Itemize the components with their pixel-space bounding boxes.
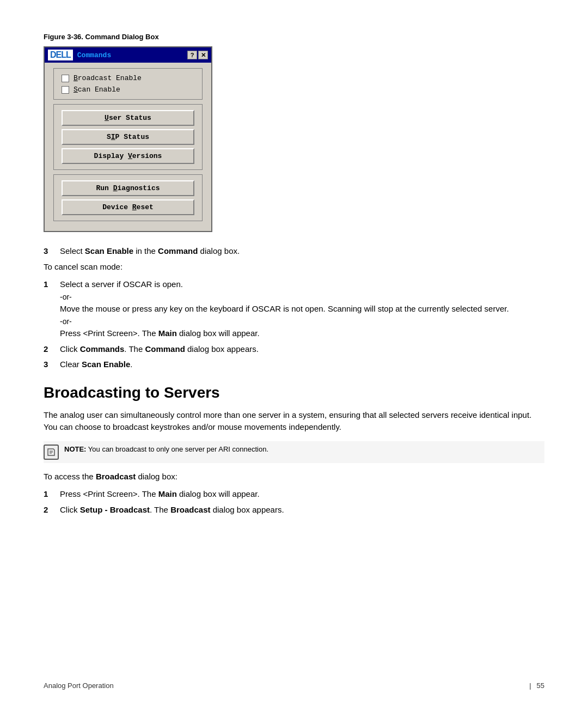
broadcast-steps: 1 Press <Print Screen>. The Main dialog … [44, 488, 544, 516]
note-box: NOTE: You can broadcast to only one serv… [44, 441, 544, 463]
page-footer: Analog Port Operation | 55 [44, 681, 544, 690]
figure-caption: Figure 3-36. Command Dialog Box [44, 33, 544, 41]
dialog-controls: ? ✕ [187, 51, 208, 59]
broadcast-enable-row: Broadcast Enable [62, 74, 194, 82]
help-button[interactable]: ? [187, 51, 197, 59]
step-3-before: 3 Select Scan Enable in the Command dial… [44, 245, 544, 258]
dialog-title: Commands [77, 51, 111, 59]
broadcast-step-2: 2 Click Setup - Broadcast. The Broadcast… [44, 504, 544, 516]
dialog-title-left: DELL Commands [48, 50, 111, 60]
footer-separator: | [529, 681, 531, 690]
cancel-step-3: 3 Clear Scan Enable. [44, 358, 544, 371]
dialog-section-status: User Status SIP Status Display Versions [53, 104, 203, 170]
note-text: NOTE: You can broadcast to only one serv… [64, 445, 268, 454]
cancel-step-1-content: Select a server if OSCAR is open. -or- M… [60, 278, 544, 340]
page-number: 55 [537, 681, 544, 690]
broadcast-step-2-content: Click Setup - Broadcast. The Broadcast d… [60, 504, 544, 516]
broadcast-enable-label: Broadcast Enable [74, 74, 142, 82]
cancel-step-2-number: 2 [44, 343, 60, 356]
scan-enable-label: Scan Enable [74, 86, 120, 94]
run-diagnostics-button[interactable]: Run Diagnostics [62, 180, 194, 196]
cancel-step-1-number: 1 [44, 278, 60, 291]
cancel-step-2: 2 Click Commands. The Command dialog box… [44, 343, 544, 356]
display-versions-button[interactable]: Display Versions [62, 148, 194, 164]
broadcast-step-1: 1 Press <Print Screen>. The Main dialog … [44, 488, 544, 501]
cancel-step-2-content: Click Commands. The Command dialog box a… [60, 343, 544, 356]
broadcast-enable-checkbox[interactable] [62, 75, 69, 82]
broadcast-intro: To access the Broadcast dialog box: [44, 471, 544, 483]
scan-enable-checkbox[interactable] [62, 86, 69, 94]
broadcast-step-1-number: 1 [44, 488, 60, 501]
user-status-button[interactable]: User Status [62, 110, 194, 126]
cancel-scan-intro: To cancel scan mode: [44, 261, 544, 273]
step-number-3a: 3 [44, 245, 60, 258]
note-content: You can broadcast to only one server per… [86, 445, 268, 453]
device-reset-button[interactable]: Device Reset [62, 199, 194, 215]
broadcast-step-2-number: 2 [44, 504, 60, 516]
dell-logo: DELL [48, 50, 73, 60]
note-label: NOTE: [64, 445, 86, 453]
dialog-titlebar: DELL Commands ? ✕ [45, 47, 211, 63]
section-heading: Broadcasting to Servers [44, 384, 544, 401]
close-button[interactable]: ✕ [198, 51, 208, 59]
sip-status-button[interactable]: SIP Status [62, 129, 194, 145]
footer-left: Analog Port Operation [44, 681, 114, 690]
scan-enable-row: Scan Enable [62, 86, 194, 94]
dialog-body: Broadcast Enable Scan Enable User Status… [45, 63, 211, 231]
dialog-section-diagnostics: Run Diagnostics Device Reset [53, 174, 203, 221]
note-icon [44, 445, 59, 460]
cancel-step-3-number: 3 [44, 358, 60, 371]
command-dialog: DELL Commands ? ✕ Broadcast Enable Scan … [44, 46, 212, 232]
dialog-section-checkboxes: Broadcast Enable Scan Enable [53, 68, 203, 100]
cancel-step-3-content: Clear Scan Enable. [60, 358, 544, 371]
broadcast-step-1-content: Press <Print Screen>. The Main dialog bo… [60, 488, 544, 501]
footer-right: | 55 [529, 681, 544, 690]
cancel-step-1: 1 Select a server if OSCAR is open. -or-… [44, 278, 544, 340]
section-intro: The analog user can simultaneously contr… [44, 409, 544, 434]
cancel-steps: 1 Select a server if OSCAR is open. -or-… [44, 278, 544, 371]
step-3a-content: Select Scan Enable in the Command dialog… [60, 245, 544, 258]
